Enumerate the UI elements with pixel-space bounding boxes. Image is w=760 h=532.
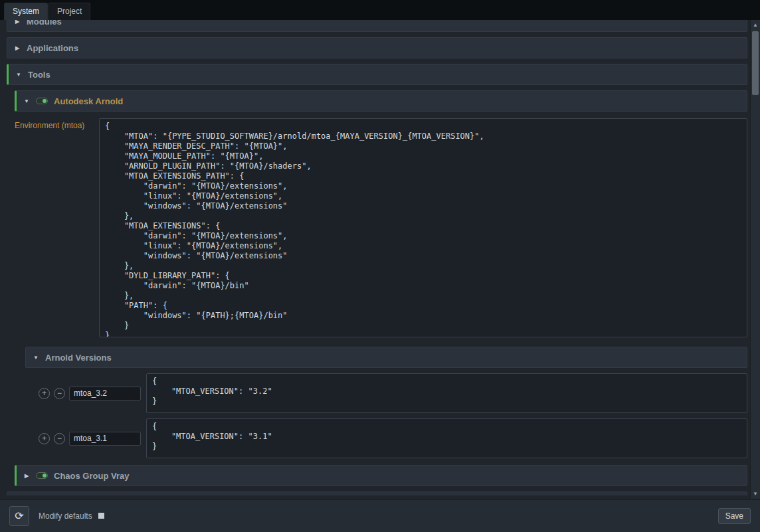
chevron-right-icon: ▶ xyxy=(14,20,21,25)
chevron-right-icon: ▶ xyxy=(23,473,30,479)
section-header-tools[interactable]: ▼ Tools xyxy=(7,64,747,85)
tab-system[interactable]: System xyxy=(4,3,48,20)
vray-enabled-toggle[interactable] xyxy=(36,472,48,479)
scrollbar-thumb[interactable] xyxy=(752,31,759,95)
chevron-down-icon: ▼ xyxy=(15,72,22,78)
save-button[interactable]: Save xyxy=(718,508,751,524)
version-key-input[interactable] xyxy=(69,387,141,400)
version-row-controls: + − xyxy=(25,387,141,400)
scroll-down-button[interactable]: ▼ xyxy=(751,489,760,499)
arnold-version-row: + − { "MTOA_VERSION": "3.2" } xyxy=(25,373,747,413)
section-title-chaos-group-vray: Chaos Group Vray xyxy=(54,471,129,481)
add-version-button[interactable]: + xyxy=(39,433,50,444)
settings-scroll-area: ▶ Modules ▶ Applications ▼ Tools ▼ Autod… xyxy=(0,20,750,499)
tools-section-body: ▼ Autodesk Arnold Environment (mtoa) { "… xyxy=(15,90,747,486)
environment-row: Environment (mtoa) { "MTOA": "{PYPE_STUD… xyxy=(15,118,747,337)
arnold-version-row: + − { "MTOA_VERSION": "3.1" } xyxy=(25,418,747,458)
chevron-down-icon: ▼ xyxy=(23,98,30,104)
modify-defaults-wrap: Modify defaults xyxy=(39,511,104,521)
environment-json-editor[interactable]: { "MTOA": "{PYPE_STUDIO_SOFTWARE}/arnold… xyxy=(99,118,747,337)
section-title-applications: Applications xyxy=(27,43,78,53)
refresh-button[interactable]: ⟳ xyxy=(9,506,29,526)
toggle-knob xyxy=(43,99,47,103)
tab-system-label: System xyxy=(13,7,39,16)
section-header-autodesk-arnold[interactable]: ▼ Autodesk Arnold xyxy=(15,90,747,112)
toggle-knob xyxy=(43,474,47,478)
settings-window: System Project ▶ Modules ▶ Applications … xyxy=(0,0,760,532)
remove-version-button[interactable]: − xyxy=(54,433,65,444)
section-header-applications[interactable]: ▶ Applications xyxy=(7,37,747,58)
next-section-partial xyxy=(7,491,747,495)
chevron-down-icon: ▼ xyxy=(33,355,39,361)
version-key-input[interactable] xyxy=(69,432,141,446)
vertical-scrollbar: ▲ ▼ xyxy=(750,20,760,499)
section-header-arnold-versions[interactable]: ▼ Arnold Versions xyxy=(25,347,747,368)
arnold-enabled-toggle[interactable] xyxy=(36,98,48,104)
add-version-button[interactable]: + xyxy=(39,388,50,399)
modify-defaults-checkbox[interactable] xyxy=(98,513,104,519)
tab-project[interactable]: Project xyxy=(48,3,90,20)
environment-label: Environment (mtoa) xyxy=(15,118,96,130)
tab-bar: System Project xyxy=(0,0,760,20)
chevron-right-icon: ▶ xyxy=(14,45,21,51)
footer-bar: ⟳ Modify defaults Save xyxy=(0,499,760,532)
section-title-autodesk-arnold: Autodesk Arnold xyxy=(54,96,123,106)
refresh-icon: ⟳ xyxy=(15,510,23,521)
section-title-arnold-versions: Arnold Versions xyxy=(45,353,112,363)
section-header-modules[interactable]: ▶ Modules xyxy=(7,20,747,32)
scroll-up-button[interactable]: ▲ xyxy=(751,20,760,30)
section-header-chaos-group-vray[interactable]: ▶ Chaos Group Vray xyxy=(15,465,747,486)
section-title-tools: Tools xyxy=(28,70,50,80)
remove-version-button[interactable]: − xyxy=(54,388,65,399)
section-title-modules: Modules xyxy=(27,20,62,27)
version-json-editor[interactable]: { "MTOA_VERSION": "3.1" } xyxy=(146,418,747,458)
version-row-controls: + − xyxy=(25,432,141,446)
scrollbar-track[interactable] xyxy=(751,30,760,489)
settings-main: ▶ Modules ▶ Applications ▼ Tools ▼ Autod… xyxy=(0,20,760,499)
modify-defaults-label: Modify defaults xyxy=(39,511,92,521)
version-json-editor[interactable]: { "MTOA_VERSION": "3.2" } xyxy=(146,373,747,413)
tab-project-label: Project xyxy=(57,7,82,16)
